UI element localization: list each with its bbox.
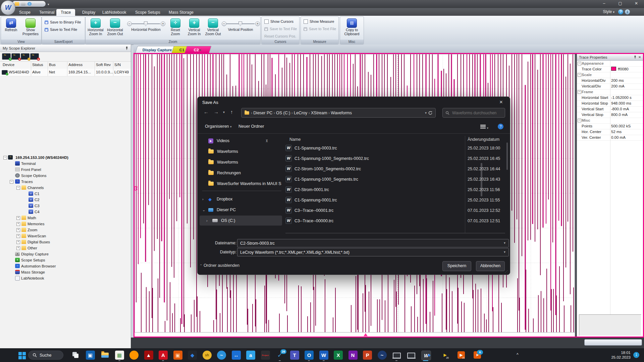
explorer-tool-0[interactable]: +	[2, 53, 11, 60]
print-icon[interactable]	[21, 2, 25, 6]
tab-mass-storage[interactable]: Mass Storage	[164, 9, 198, 16]
property-value[interactable]: 500.002 kS	[611, 123, 631, 129]
property-value[interactable]: 52 ms	[611, 129, 622, 135]
show-measure-checkbox[interactable]: Show Measure	[304, 19, 334, 24]
maui-laptop-2-icon[interactable]	[407, 351, 416, 360]
clock[interactable]: 18:01 25.02.2023	[611, 350, 631, 360]
todo-app-icon[interactable]: ✓26	[275, 351, 284, 360]
wavestudio-wave-icon[interactable]: ~	[378, 351, 387, 360]
word-icon[interactable]: W	[319, 351, 328, 360]
tree-item-automation-browser[interactable]: ○Automation Browser	[0, 263, 131, 269]
open-folder-icon[interactable]	[15, 2, 19, 6]
file-row-c2-strom-1000-segments-0002-trc[interactable]: WC2-Strom-1000_Segments-0002.trc25.02.20…	[285, 164, 503, 174]
expand-icon[interactable]: +	[16, 234, 20, 238]
tree-item-front-panel[interactable]: Front Panel	[0, 167, 131, 173]
powerpoint-icon[interactable]: P	[363, 351, 372, 360]
new-folder-button[interactable]: Neuer Ordner	[238, 124, 264, 129]
red-a-app-icon[interactable]: A	[159, 351, 168, 360]
property-value[interactable]: 800.0 mA	[611, 112, 628, 118]
tree-item-c2[interactable]: VC2	[0, 197, 131, 203]
tree-item-c4[interactable]: VC4	[0, 209, 131, 215]
notification-badge[interactable]: 1	[633, 352, 639, 358]
refresh-button[interactable]: ⇄ Refresh	[2, 18, 20, 39]
teams-icon[interactable]: T	[290, 351, 299, 360]
collapse-icon[interactable]: −	[578, 90, 581, 94]
tree-item-169-254-153-100-ws4024hd-[interactable]: −~169.254.153.100 (WS4024HD)	[0, 155, 131, 161]
labview-20-icon[interactable]: ▶20	[441, 351, 449, 359]
collapse-icon[interactable]: −	[578, 73, 581, 77]
tab-scope[interactable]: Scope	[15, 9, 35, 16]
sidebar-item-os-c-[interactable]: ›OS (C:)	[200, 216, 282, 226]
task-view-icon[interactable]	[71, 351, 80, 360]
tab-labnotebook[interactable]: LabNotebook	[98, 9, 130, 16]
sidebar-item-waveforms[interactable]: Waveforms	[200, 157, 282, 167]
slider-plus-icon[interactable]: +	[161, 21, 165, 26]
image-editor-icon[interactable]: ▦	[115, 351, 124, 360]
vertical-zoom-out-button[interactable]: − Vertical Zoom Out	[204, 18, 222, 39]
expand-icon[interactable]: +	[16, 216, 20, 220]
sidebar-item-wavesurfer-waveforms-in-maui-s[interactable]: WaveSurfer Waveforms in MAUI S	[200, 179, 282, 189]
show-properties-button[interactable]: Show Properties	[21, 18, 40, 39]
address-dropdown-icon[interactable]: ▾	[425, 111, 427, 115]
save-binary-button[interactable]: Save to Binary File	[45, 19, 81, 25]
close-pane-icon[interactable]: ✕	[638, 54, 641, 61]
filetype-select[interactable]	[237, 248, 509, 256]
azure-app-icon[interactable]: ▣	[86, 351, 95, 360]
tree-item-math[interactable]: +Math	[0, 215, 131, 221]
slider-minus-icon[interactable]: −	[222, 21, 226, 26]
property-value[interactable]: 200 mA	[611, 83, 625, 89]
style-menu[interactable]: Style ▾	[603, 9, 614, 14]
forward-icon[interactable]: →	[214, 109, 219, 115]
file-row-c1-spannung-1000-segments-0002-trc[interactable]: WC1-Spannung-1000_Segments-0002.trc25.02…	[285, 153, 503, 164]
file-row-c3-trace-00001-trc[interactable]: WC3--Trace--00001.trc07.01.2023 12:52	[285, 205, 503, 216]
bird-app-icon[interactable]: ~	[217, 351, 226, 360]
hidden-icons-chevron[interactable]: ^	[517, 352, 519, 357]
tree-item-digital-buses[interactable]: +Digital Buses	[0, 239, 131, 245]
search-input[interactable]	[451, 110, 500, 116]
tab-display[interactable]: Display	[78, 9, 100, 16]
back-icon[interactable]: ←	[204, 109, 209, 115]
filetype-dropdown-icon[interactable]: ▾	[504, 250, 505, 254]
address-bar[interactable]: › Dieser PC › OS (C:) › LeCroy › XStream…	[241, 108, 436, 118]
view-mode-icon[interactable]: ▾	[480, 124, 488, 130]
trigger-marker-icon[interactable]	[364, 333, 368, 336]
tree-item-wavescan[interactable]: +WaveScan	[0, 233, 131, 239]
pin-icon[interactable]	[125, 46, 129, 50]
trace-color-swatch[interactable]	[611, 67, 616, 71]
slider-thumb[interactable]	[238, 21, 242, 26]
teamviewer-icon[interactable]: ↔	[232, 351, 241, 360]
sidebar-item-videos[interactable]: ▶Videos⊼	[200, 136, 282, 146]
vertical-position-slider[interactable]: − + Vertical Position	[222, 21, 259, 26]
breadcrumb-xstream[interactable]: XStream	[311, 111, 327, 115]
slider-thumb[interactable]	[144, 21, 148, 26]
tree-item-traces[interactable]: −~Traces	[0, 179, 131, 185]
expand-icon[interactable]: +	[16, 228, 20, 232]
list-scrollbar-thumb[interactable]	[506, 142, 508, 170]
acrobat-icon[interactable]: ▲	[144, 351, 153, 360]
chevron-right-icon[interactable]: ›	[202, 197, 204, 201]
file-row-c1-spannung-0001-trc[interactable]: WC1-Spannung-0001.trc25.02.2023 11:55	[285, 195, 503, 205]
coin-app-icon[interactable]: sh	[203, 351, 212, 360]
outlook-icon[interactable]: O	[305, 351, 314, 360]
dialog-close-icon[interactable]: ✕	[498, 99, 504, 106]
file-row-c1-spannung-0003-trc[interactable]: WC1-Spannung-0003.trc25.02.2023 18:00	[285, 143, 503, 153]
sidebar-item-rechnungen[interactable]: Rechnungen	[200, 168, 282, 178]
up-icon[interactable]: ↑	[230, 109, 233, 115]
tree-item-other[interactable]: +Other	[0, 245, 131, 251]
sidebar-item-waveforms[interactable]: Waveforms	[200, 146, 282, 157]
qat-dropdown-icon[interactable]: ▾	[48, 3, 49, 6]
start-button[interactable]	[18, 352, 26, 359]
property-value[interactable]: 200 ms	[611, 78, 624, 83]
breadcrumb-dieser-pc[interactable]: Dieser PC	[253, 111, 272, 115]
save-button[interactable]: Speichern	[442, 261, 471, 271]
checkbox-icon[interactable]	[304, 19, 308, 24]
collapse-icon[interactable]: −	[3, 156, 7, 160]
expand-icon[interactable]: +	[16, 240, 20, 244]
tree-item-scope-options[interactable]: Scope Options	[0, 173, 131, 179]
maui-laptop-1-icon[interactable]	[392, 351, 401, 360]
firefox-icon[interactable]	[129, 351, 139, 360]
tree-item-c1[interactable]: VC1	[0, 191, 131, 197]
horizontal-zoom-in-button[interactable]: + Horizontal Zoom In	[86, 18, 105, 39]
rocket-app-icon[interactable]: ➤6	[474, 351, 481, 359]
daemon-tools-icon[interactable]: ◆	[188, 351, 197, 360]
